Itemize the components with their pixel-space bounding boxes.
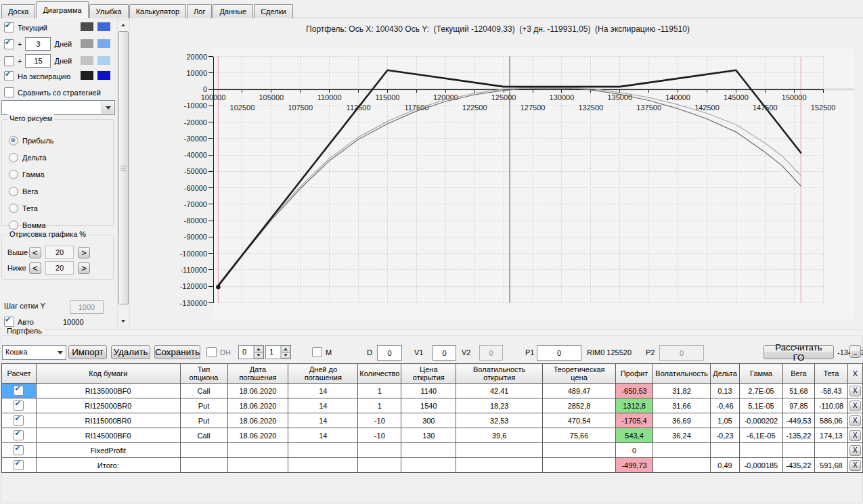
row-calc-checkbox[interactable]: [14, 400, 24, 411]
spin-down-icon[interactable]: [254, 352, 263, 359]
row-calc-checkbox[interactable]: [14, 460, 24, 470]
dh-spinner-2[interactable]: 1: [265, 345, 291, 359]
tab-доска[interactable]: Доска: [1, 4, 35, 18]
chevron-down-icon[interactable]: [55, 346, 65, 359]
row-delete-button[interactable]: X: [849, 400, 861, 411]
row-calc-checkbox[interactable]: [14, 445, 24, 455]
current-checkbox[interactable]: [4, 22, 14, 32]
tab-калькулятор[interactable]: Калькулятор: [129, 4, 186, 18]
delete-cell: X: [847, 443, 862, 458]
spin-up-icon[interactable]: [281, 346, 290, 352]
row-delete-button[interactable]: X: [849, 386, 861, 396]
column-header-open_vol[interactable]: Волатильность открытия: [456, 364, 543, 384]
calc-margin-button[interactable]: Рассчитать ГО: [764, 345, 834, 359]
cell-open_vol: [456, 458, 543, 473]
row-delete-button[interactable]: X: [849, 415, 861, 426]
scrollbar-grip: [120, 168, 126, 168]
radio-гамма[interactable]: [9, 170, 18, 179]
tab-улыбка[interactable]: Улыбка: [89, 4, 129, 18]
column-header-open_price[interactable]: Цена открытия: [401, 364, 456, 384]
profit-chart[interactable]: -130000-120000-110000-100000-90000-80000…: [133, 19, 863, 329]
above-increment-button[interactable]: >: [78, 247, 90, 258]
column-header-delta[interactable]: Дельта: [711, 364, 740, 384]
row-delete-button[interactable]: X: [849, 430, 861, 441]
save-button[interactable]: Сохранить: [154, 345, 200, 359]
y-axis-tick-label: -120000: [180, 282, 207, 290]
m-checkbox[interactable]: [312, 347, 322, 357]
calc-cell: [2, 428, 37, 443]
radio-тета[interactable]: [9, 204, 18, 213]
below-decrement-button[interactable]: <: [29, 262, 41, 274]
radio-дельта[interactable]: [9, 153, 18, 162]
plus15-checkbox[interactable]: [4, 56, 14, 66]
below-increment-button[interactable]: >: [78, 262, 90, 274]
radio-вега[interactable]: [9, 187, 18, 196]
row-delete-button[interactable]: X: [849, 445, 861, 456]
column-header-code[interactable]: Код бумаги: [36, 364, 180, 384]
p1-field[interactable]: [537, 345, 581, 361]
series-toggle-current: Текущий: [4, 22, 47, 32]
chevron-down-icon[interactable]: [102, 101, 114, 114]
delete-button[interactable]: Удалить: [111, 345, 150, 359]
column-header-vega[interactable]: Вега: [782, 364, 814, 384]
portfolio-combo[interactable]: Кошка: [2, 345, 66, 360]
column-header-profit[interactable]: Профит: [616, 364, 653, 384]
strategy-combo[interactable]: [1, 100, 115, 115]
row-calc-checkbox[interactable]: [14, 430, 24, 440]
column-header-theo[interactable]: Теоретическая цена: [543, 364, 616, 384]
import-button[interactable]: Импорт: [68, 345, 107, 359]
column-header-date[interactable]: Дата погашения: [227, 364, 288, 384]
scroll-up-icon[interactable]: [118, 20, 127, 30]
column-header-x[interactable]: X: [847, 364, 862, 384]
cell-date: 18.06.2020: [227, 384, 288, 398]
tab-сделки[interactable]: Сделки: [254, 4, 293, 18]
column-header-days[interactable]: Дней до погашения: [288, 364, 358, 384]
compare-strategy-checkbox[interactable]: [4, 87, 14, 97]
scroll-down-icon[interactable]: [118, 317, 127, 326]
row-delete-button[interactable]: X: [849, 460, 861, 471]
expiration-color-swatch-2: [97, 71, 110, 80]
scrollbar-thumb[interactable]: [118, 31, 129, 304]
plus3-checkbox[interactable]: [4, 39, 14, 49]
radio-прибыль[interactable]: [9, 136, 18, 145]
v1-field[interactable]: [433, 345, 456, 361]
column-header-vol[interactable]: Волатильность: [653, 364, 711, 384]
grid-step-input[interactable]: [70, 300, 104, 314]
positions-table: РасчетКод бумагиТип опционаДата погашени…: [1, 363, 863, 473]
spin-up-icon[interactable]: [254, 346, 263, 352]
plus3-days-input[interactable]: [25, 37, 51, 51]
auto-grid-checkbox[interactable]: [4, 317, 14, 327]
calc-cell: [2, 398, 37, 413]
column-header-gamma[interactable]: Гамма: [739, 364, 782, 384]
above-decrement-button[interactable]: <: [29, 247, 41, 258]
column-header-qty[interactable]: Количество: [358, 364, 401, 384]
render-above-row: Выше < 20 >: [7, 246, 90, 259]
tab-лог[interactable]: Лог: [187, 4, 212, 18]
collapse-mini-button[interactable]: _: [849, 345, 861, 358]
cell-profit: 1312,8: [616, 398, 653, 413]
dh-checkbox[interactable]: [206, 347, 217, 357]
tab-диаграмма[interactable]: Диаграмма: [36, 1, 88, 18]
expiration-checkbox[interactable]: [4, 71, 14, 81]
column-header-theta[interactable]: Тета: [814, 364, 847, 384]
v2-field[interactable]: [479, 345, 503, 361]
d-field[interactable]: [377, 345, 402, 361]
plus15-days-input[interactable]: [25, 54, 51, 68]
row-calc-checkbox[interactable]: [14, 415, 24, 426]
tab-данные[interactable]: Данные: [213, 4, 253, 18]
spin-down-icon[interactable]: [281, 352, 290, 359]
portfolio-combo-value: Кошка: [5, 348, 28, 356]
cell-gamma: 5,1E-05: [739, 398, 782, 413]
cell-open_price: 1540: [401, 398, 456, 413]
p2-field[interactable]: [659, 345, 704, 361]
dh-spinner-1[interactable]: 0: [238, 345, 264, 359]
cell-qty: 1: [358, 384, 401, 398]
column-header-type[interactable]: Тип опциона: [180, 364, 227, 384]
row-calc-checkbox[interactable]: [14, 386, 24, 396]
dh-row: DH: [206, 345, 231, 359]
radio-вомма[interactable]: [9, 221, 18, 230]
table-row: RI135000BF0Call18.06.2020141114042,41489…: [2, 384, 863, 398]
sidebar-scrollbar[interactable]: [117, 19, 130, 327]
column-header-calc[interactable]: Расчет: [2, 364, 37, 384]
cell-qty: 1: [358, 398, 401, 413]
